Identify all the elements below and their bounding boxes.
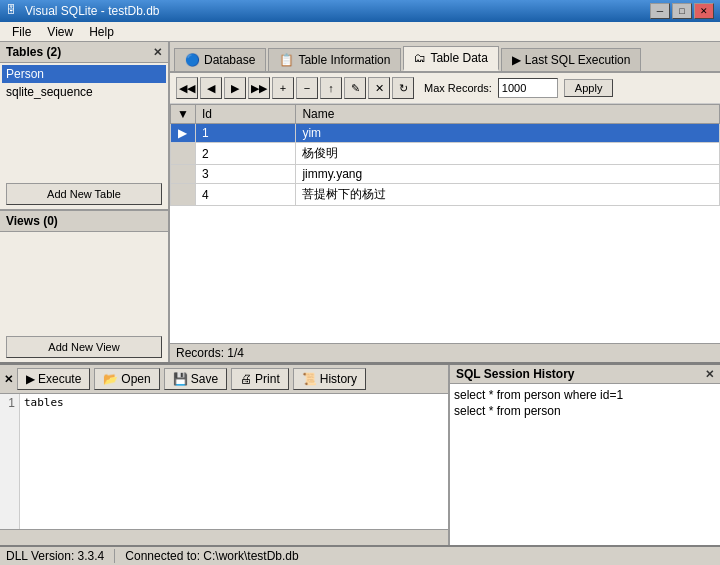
sql-panel: ✕ ▶ Execute 📂 Open 💾 Save 🖨 Print — [0, 365, 450, 545]
line-number-1: 1 — [4, 396, 15, 410]
app-icon: 🗄 — [6, 4, 20, 18]
refresh-button[interactable]: ↻ — [392, 77, 414, 99]
menu-file[interactable]: File — [4, 23, 39, 41]
open-button[interactable]: 📂 Open — [94, 368, 159, 390]
sql-panel-close-icon[interactable]: ✕ — [4, 373, 13, 386]
cancel-edit-button[interactable]: ✕ — [368, 77, 390, 99]
execute-icon: ▶ — [26, 372, 35, 386]
add-table-button[interactable]: Add New Table — [6, 183, 162, 205]
menu-bar: File View Help — [0, 22, 720, 42]
table-info-tab-icon: 📋 — [279, 53, 294, 67]
cell-name: jimmy.yang — [296, 165, 720, 184]
table-row[interactable]: ▶ 1 yim — [171, 124, 720, 143]
upper-area: Tables (2) ✕ Person sqlite_sequence Add … — [0, 42, 720, 362]
history-content: select * from person where id=1 select *… — [450, 384, 720, 545]
move-up-button[interactable]: ↑ — [320, 77, 342, 99]
records-bar: Records: 1/4 — [170, 343, 720, 362]
tables-list: Person sqlite_sequence — [0, 63, 168, 179]
table-row[interactable]: 2 杨俊明 — [171, 143, 720, 165]
cell-name: 菩提树下的杨过 — [296, 184, 720, 206]
connection-info: Connected to: C:\work\testDb.db — [125, 549, 298, 563]
last-record-button[interactable]: ▶▶ — [248, 77, 270, 99]
title-bar: 🗄 Visual SQLite - testDb.db ─ □ ✕ — [0, 0, 720, 22]
table-info-tab-label: Table Information — [298, 53, 390, 67]
col-indicator: ▼ — [171, 105, 196, 124]
tables-header: Tables (2) ✕ — [0, 42, 168, 63]
apply-button[interactable]: Apply — [564, 79, 614, 97]
next-record-button[interactable]: ▶ — [224, 77, 246, 99]
app-title: Visual SQLite - testDb.db — [25, 4, 650, 18]
save-icon: 💾 — [173, 372, 188, 386]
print-button[interactable]: 🖨 Print — [231, 368, 289, 390]
history-close-icon[interactable]: ✕ — [705, 368, 714, 381]
max-records-input[interactable] — [498, 78, 558, 98]
delete-record-button[interactable]: − — [296, 77, 318, 99]
tab-last-sql[interactable]: ▶ Last SQL Execution — [501, 48, 642, 71]
cell-id: 2 — [195, 143, 296, 165]
sql-input[interactable]: tables — [20, 394, 448, 529]
menu-view[interactable]: View — [39, 23, 81, 41]
maximize-button[interactable]: □ — [672, 3, 692, 19]
tab-table-information[interactable]: 📋 Table Information — [268, 48, 401, 71]
table-data-tab-label: Table Data — [430, 51, 487, 65]
menu-help[interactable]: Help — [81, 23, 122, 41]
col-id: Id — [195, 105, 296, 124]
cell-id: 3 — [195, 165, 296, 184]
data-toolbar: ◀◀ ◀ ▶ ▶▶ + − ↑ ✎ ✕ ↻ Max Records: Apply — [170, 73, 720, 104]
sql-editor-area: 1 tables — [0, 394, 448, 529]
table-data-tab-icon: 🗂 — [414, 51, 426, 65]
row-indicator — [171, 165, 196, 184]
views-title: Views (0) — [6, 214, 58, 228]
row-indicator — [171, 184, 196, 206]
data-table: ▼ Id Name ▶ 1 yim 2 — [170, 104, 720, 206]
tab-table-data[interactable]: 🗂 Table Data — [403, 46, 498, 71]
views-header: Views (0) — [0, 211, 168, 232]
sql-horizontal-scrollbar[interactable] — [0, 529, 448, 545]
history-header: SQL Session History ✕ — [450, 365, 720, 384]
left-panel: Tables (2) ✕ Person sqlite_sequence Add … — [0, 42, 170, 362]
execute-button[interactable]: ▶ Execute — [17, 368, 90, 390]
tabs-bar: 🔵 Database 📋 Table Information 🗂 Table D… — [170, 42, 720, 73]
dll-version: DLL Version: 3.3.4 — [6, 549, 104, 563]
history-entry[interactable]: select * from person where id=1 — [454, 388, 716, 402]
history-button[interactable]: 📜 History — [293, 368, 366, 390]
history-entry[interactable]: select * from person — [454, 404, 716, 418]
minimize-button[interactable]: ─ — [650, 3, 670, 19]
status-bar: DLL Version: 3.3.4 Connected to: C:\work… — [0, 545, 720, 565]
status-divider — [114, 549, 115, 563]
views-panel: Views (0) — [0, 209, 168, 332]
sql-toolbar: ✕ ▶ Execute 📂 Open 💾 Save 🖨 Print — [0, 365, 448, 394]
max-records-label: Max Records: — [424, 82, 492, 94]
data-table-container: ▼ Id Name ▶ 1 yim 2 — [170, 104, 720, 343]
edit-button[interactable]: ✎ — [344, 77, 366, 99]
open-icon: 📂 — [103, 372, 118, 386]
table-item-sqlite-sequence[interactable]: sqlite_sequence — [2, 83, 166, 101]
cell-id: 4 — [195, 184, 296, 206]
history-icon: 📜 — [302, 372, 317, 386]
tab-database[interactable]: 🔵 Database — [174, 48, 266, 71]
first-record-button[interactable]: ◀◀ — [176, 77, 198, 99]
save-button[interactable]: 💾 Save — [164, 368, 227, 390]
database-tab-icon: 🔵 — [185, 53, 200, 67]
row-indicator — [171, 143, 196, 165]
last-sql-tab-icon: ▶ — [512, 53, 521, 67]
table-row[interactable]: 4 菩提树下的杨过 — [171, 184, 720, 206]
prev-record-button[interactable]: ◀ — [200, 77, 222, 99]
table-item-person[interactable]: Person — [2, 65, 166, 83]
window-controls: ─ □ ✕ — [650, 3, 714, 19]
tables-close-icon[interactable]: ✕ — [153, 46, 162, 59]
add-view-button[interactable]: Add New View — [6, 336, 162, 358]
records-info: Records: 1/4 — [176, 346, 244, 360]
print-icon: 🖨 — [240, 372, 252, 386]
history-title: SQL Session History — [456, 367, 574, 381]
close-button[interactable]: ✕ — [694, 3, 714, 19]
add-record-button[interactable]: + — [272, 77, 294, 99]
tables-title: Tables (2) — [6, 45, 61, 59]
right-panel: 🔵 Database 📋 Table Information 🗂 Table D… — [170, 42, 720, 362]
table-row[interactable]: 3 jimmy.yang — [171, 165, 720, 184]
row-indicator: ▶ — [171, 124, 196, 143]
cell-name: yim — [296, 124, 720, 143]
line-numbers: 1 — [0, 394, 20, 529]
database-tab-label: Database — [204, 53, 255, 67]
lower-area: ✕ ▶ Execute 📂 Open 💾 Save 🖨 Print — [0, 362, 720, 545]
